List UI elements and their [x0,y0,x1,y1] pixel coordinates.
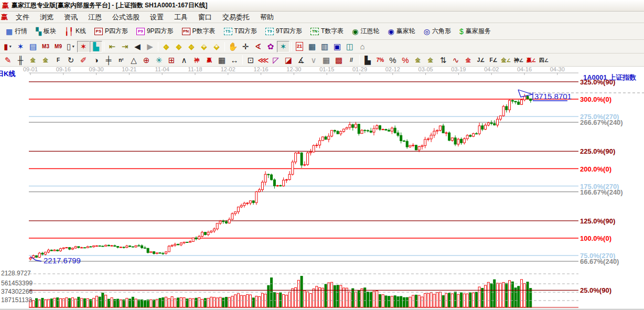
flag-icon[interactable]: △ [127,54,140,66]
chart-area[interactable]: 09-0109-1609-3010-2111-0411-1812-0212-16… [0,67,644,309]
gold-underline-icon[interactable]: 金 [462,54,475,66]
spiral-icon[interactable]: ↻ [65,54,77,66]
candle-body [463,139,465,143]
target-dots-icon[interactable]: ✳ [153,54,165,66]
date-label: 11-18 [188,67,202,72]
sectors-button[interactable]: ▚板块 [31,25,60,38]
multi-chart-icon[interactable]: ▙ [90,41,102,52]
kline-button[interactable]: ╽╿K线 [60,25,90,38]
grid-icon[interactable]: ▦ [320,54,332,66]
parallel-icon[interactable]: // [345,54,358,66]
ying-tool-icon[interactable]: 赢 [203,54,216,66]
zone-whirl-icon[interactable]: ✶ [14,41,27,52]
last-page-icon[interactable]: ⇥ [119,41,131,52]
menu-item-8[interactable]: 交易委托 [217,12,255,23]
diamond-expand-icon[interactable]: ◆↔ [185,41,198,52]
crosshair-icon[interactable]: ✛ [239,41,252,52]
box-select-icon[interactable]: ⊡ [244,54,257,66]
tick-ruler-icon[interactable]: ╫ [14,54,27,66]
p-table-button[interactable]: PNP数字表 [178,25,220,38]
quotes-button[interactable]: ▦行情 [2,25,31,38]
next-icon[interactable]: ▶ [144,41,156,52]
brush2-icon[interactable]: ✐ [77,54,90,66]
calendar-icon[interactable]: 21 [293,41,306,52]
diamond-star-icon[interactable]: ◆✳ [210,41,223,52]
ying-angle-icon[interactable]: 赢∠ [525,54,538,66]
si-angle-icon[interactable]: 四∠ [538,54,550,66]
save-icon[interactable]: ▣ [331,41,344,52]
kline-style-icon[interactable]: ▮▼ [2,41,14,52]
candle-style-icon[interactable]: ▯▼ [65,41,77,52]
gold-grid-icon[interactable]: 金 [27,54,39,66]
gold-grid2-icon[interactable]: 金 [39,54,52,66]
j-angle-icon[interactable]: J∠ [475,54,487,66]
stats-bars-icon[interactable]: ▙ [361,54,374,66]
ruler2-icon[interactable]: ╪ [102,54,115,66]
angle-marks-icon[interactable]: ∧ [178,54,190,66]
menu-item-1[interactable]: 浏览 [35,12,59,23]
fan-lines-icon[interactable]: ⋘ [257,54,270,66]
grid123-icon[interactable]: ▦ [216,54,228,66]
menu-item-5[interactable]: 设置 [145,12,169,23]
angle-measure-icon[interactable]: ∢ [252,41,264,52]
gold-line-icon[interactable]: 金 [424,54,437,66]
grid-red-icon[interactable]: ▩ [332,54,345,66]
n2-icon[interactable]: n² [115,54,127,66]
diamond-right-icon[interactable]: ◆→ [173,41,185,52]
diamond-left-icon[interactable]: ◆← [160,41,173,52]
volume-bar [304,291,306,307]
fib-f-icon[interactable]: F [52,54,65,66]
menu-item-6[interactable]: 工具 [169,12,193,23]
hexagon-button[interactable]: ◎六角形 [420,25,455,38]
menu-item-7[interactable]: 窗口 [193,12,217,23]
winner-wheel-button[interactable]: ◉赢家轮 [384,25,420,38]
p-square-button[interactable]: PSP四方形 [90,25,132,38]
menu-item-4[interactable]: 公式选股 [107,12,145,23]
f-angle-icon[interactable]: F∠ [487,54,500,66]
notes-icon[interactable]: ▥ [318,41,331,52]
square-diag-icon[interactable]: ◪ [282,54,295,66]
teal-whirl-icon[interactable]: ✶ [277,41,289,52]
prev-icon[interactable]: ◀ [131,41,144,52]
menu-item-9[interactable]: 帮助 [255,12,279,23]
export-icon[interactable]: ◫ [344,41,356,52]
wave-icon[interactable]: ∿ [449,54,462,66]
calculator-icon[interactable]: ▦ [306,41,318,52]
red-whirl-icon[interactable]: ✶ [77,41,90,52]
menu-item-0[interactable]: 文件 [10,12,35,23]
clock-circle-icon[interactable]: ◑ [90,54,102,66]
gold-angle-icon[interactable]: 金∠ [500,54,512,66]
shen-tool-icon[interactable]: 神 [190,54,203,66]
t9-square-button[interactable]: T99T四方形 [261,25,306,38]
winner-service-button[interactable]: $赢家服务 [455,25,495,38]
percent-icon[interactable]: % [387,54,399,66]
menu-item-3[interactable]: 江恩 [83,12,107,23]
ma9-icon[interactable]: M9 [52,41,65,52]
width-arrows-icon[interactable]: ↔ [228,54,241,66]
workstation-icon[interactable]: ⌂ [356,41,369,52]
title-bar: 赢 赢家江恩专业版[赢家内部服务平台] - [上证指数 SH1A0001-167… [0,0,644,12]
info-board-icon[interactable]: ▤ [27,41,39,52]
brush-icon[interactable]: ✎ [2,54,14,66]
kline-chart[interactable]: 09-0109-1609-3010-2111-0411-1812-0212-16… [0,67,644,309]
percent-line-icon[interactable]: % [399,54,412,66]
check-lines-icon[interactable]: ∨ [307,54,320,66]
circle-cross-icon[interactable]: ⊕ [140,54,153,66]
t-table-button[interactable]: TNT数字表 [306,25,348,38]
p9-square-button[interactable]: P99P四方形 [132,25,178,38]
diamond-collapse-icon[interactable]: ◆✛ [198,41,210,52]
hand-icon[interactable]: ✋ [227,41,239,52]
gann-flower-icon[interactable]: ✿ [264,41,277,52]
shen-angle-icon[interactable]: 神∠ [512,54,525,66]
gann-wheel-button[interactable]: ◉江恩轮 [348,25,383,38]
ma3-icon[interactable]: M3 [39,41,52,52]
candle-brush-icon[interactable]: ⇅ [437,54,449,66]
angle-lines-icon[interactable]: ∡ [295,54,307,66]
gold-circle-icon[interactable]: 金 [412,54,424,66]
first-page-icon[interactable]: ⇤ [106,41,119,52]
square-target-icon[interactable]: ⊞ [165,54,178,66]
menu-item-2[interactable]: 资讯 [59,12,83,23]
t-square-button[interactable]: TST四方形 [220,25,261,38]
angle-percent-icon[interactable]: 7% [374,54,387,66]
fan-box-icon[interactable]: ◸ [270,54,282,66]
